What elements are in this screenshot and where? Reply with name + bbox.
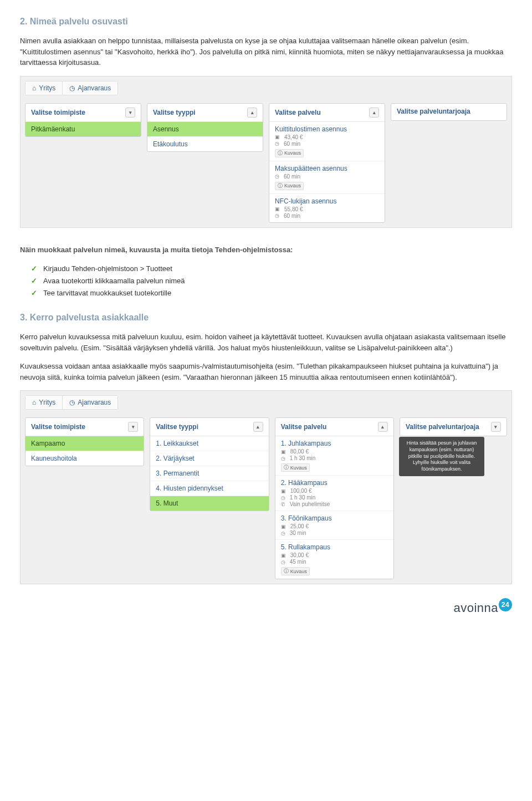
panel-provider-header: Valitse palveluntarjoaja xyxy=(397,108,470,115)
panel-provider: Valitse palveluntarjoaja ▾ Hinta sisältä… xyxy=(400,417,507,436)
collapse-icon[interactable]: ▴ xyxy=(369,108,379,118)
info-icon: ⓘ xyxy=(278,182,283,190)
service-price: 80,00 € xyxy=(290,448,309,455)
panel-service-header: Valitse palvelu xyxy=(275,109,321,116)
clock-icon: ◷ xyxy=(275,213,279,218)
home-icon: ⌂ xyxy=(32,399,36,406)
price-icon: ▣ xyxy=(281,524,286,529)
tab-yritys[interactable]: ⌂ Yritys xyxy=(25,81,63,95)
type-item[interactable]: 1. Leikkaukset xyxy=(150,436,268,451)
clock-icon: ◷ xyxy=(281,530,285,536)
location-item[interactable]: Kampaamo xyxy=(25,436,144,451)
description-badge[interactable]: ⓘKuvaus xyxy=(281,463,310,472)
clock-icon: ◷ xyxy=(281,495,285,501)
collapse-icon[interactable]: ▴ xyxy=(253,422,263,432)
service-item[interactable]: NFC-lukijan asennus▣55,80 €◷60 min xyxy=(269,194,385,222)
clock-icon: ◷ xyxy=(69,84,75,92)
instructions-lead: Näin muokkaat palvelun nimeä, kuvausta j… xyxy=(20,244,512,256)
service-price: 55,80 € xyxy=(284,206,303,212)
type-item[interactable]: 5. Muut xyxy=(150,496,268,511)
info-icon: ⓘ xyxy=(284,568,289,575)
logo-text: avoinna xyxy=(453,601,498,615)
service-item[interactable]: 5. Rullakampaus▣30,00 €◷45 minⓘKuvaus xyxy=(275,540,393,579)
tab-ajanvaraus[interactable]: ◷ Ajanvaraus xyxy=(63,81,117,95)
description-badge[interactable]: ⓘKuvaus xyxy=(275,149,304,157)
service-duration: 60 min xyxy=(284,141,300,147)
app1-tabbar: ⌂ Yritys ◷ Ajanvaraus xyxy=(25,81,118,95)
type-item[interactable]: 4. Hiusten pidennykset xyxy=(150,481,268,496)
section3-paragraph1: Kerro palvelun kuvauksessa mitä palveluu… xyxy=(20,331,512,353)
panel-location-header: Valitse toimipiste xyxy=(31,423,85,431)
section3-title: 3. Kerro palvelusta asiakkaalle xyxy=(20,313,512,323)
clock-icon: ◷ xyxy=(281,559,285,565)
service-item[interactable]: 2. Hääkampaus▣100,00 €◷1 h 30 min✆Vain p… xyxy=(275,476,393,511)
collapse-icon[interactable]: ▴ xyxy=(378,422,388,432)
collapse-icon[interactable]: ▾ xyxy=(491,422,501,432)
collapse-icon[interactable]: ▾ xyxy=(125,108,135,118)
collapse-icon[interactable]: ▾ xyxy=(128,422,138,432)
service-price: 43,40 € xyxy=(284,134,303,140)
panel-location-header: Valitse toimipiste xyxy=(31,109,85,116)
service-name: Maksupäätteen asennus xyxy=(275,165,379,172)
service-price: 100,00 € xyxy=(290,488,312,494)
panel-provider-header: Valitse palveluntarjoaja xyxy=(406,423,479,431)
collapse-icon[interactable]: ▴ xyxy=(247,108,257,118)
clock-icon: ◷ xyxy=(69,399,75,406)
service-item[interactable]: 3. Föönikampaus▣25,00 €◷30 min xyxy=(275,511,393,540)
panel-provider: Valitse palveluntarjoaja xyxy=(391,103,507,121)
panel-type: Valitse tyyppi ▴ Asennus Etäkoulutus xyxy=(147,103,263,152)
app2-frame: ⌂ Yritys ◷ Ajanvaraus Valitse toimipiste… xyxy=(20,390,512,584)
service-item[interactable]: Kuittitulostimen asennus▣43,40 €◷60 minⓘ… xyxy=(269,122,385,161)
price-icon: ▣ xyxy=(275,134,280,140)
price-icon: ▣ xyxy=(281,449,286,455)
service-note: Vain puhelimitse xyxy=(290,501,330,507)
type-item[interactable]: 3. Permanentit xyxy=(150,466,268,481)
tab-yritys-label: Yritys xyxy=(39,84,55,92)
description-badge[interactable]: ⓘKuvaus xyxy=(281,567,310,575)
instruction-item: Kirjaudu Tehden-ohjelmistoon > Tuotteet xyxy=(31,263,512,275)
service-item[interactable]: Maksupäätteen asennus◷60 minⓘKuvaus xyxy=(269,161,385,194)
phone-icon: ✆ xyxy=(281,502,285,507)
description-badge[interactable]: ⓘKuvaus xyxy=(275,182,304,190)
type-item[interactable]: Asennus xyxy=(147,122,263,137)
service-name: 5. Rullakampaus xyxy=(281,543,388,551)
service-price: 25,00 € xyxy=(290,523,309,529)
section2-title: 2. Nimeä palvelu osuvasti xyxy=(20,17,512,27)
panel-type: Valitse tyyppi ▴ 1. Leikkaukset2. Värjäy… xyxy=(150,417,269,511)
instructions-list: Kirjaudu Tehden-ohjelmistoon > Tuotteet … xyxy=(31,263,512,299)
info-icon: ⓘ xyxy=(284,464,289,471)
home-icon: ⌂ xyxy=(32,84,36,92)
location-item[interactable]: Pitkämäenkatu xyxy=(25,122,141,136)
type-item[interactable]: 2. Värjäykset xyxy=(150,451,268,466)
panel-location: Valitse toimipiste ▾ Pitkämäenkatu xyxy=(25,103,141,137)
service-name: NFC-lukijan asennus xyxy=(275,197,379,205)
app1-columns: Valitse toimipiste ▾ Pitkämäenkatu Valit… xyxy=(25,103,507,223)
price-icon: ▣ xyxy=(281,488,286,494)
service-duration: 1 h 30 min xyxy=(290,455,316,461)
location-item[interactable]: Kauneushoitola xyxy=(25,451,144,466)
tab-ajanvaraus-label: Ajanvaraus xyxy=(78,399,111,406)
tab-yritys[interactable]: ⌂ Yritys xyxy=(25,396,63,409)
clock-icon: ◷ xyxy=(275,141,279,146)
service-name: 2. Hääkampaus xyxy=(281,479,388,487)
instruction-item: Avaa tuotekortti klikkaamalla palvelun n… xyxy=(31,275,512,287)
app2-tabbar: ⌂ Yritys ◷ Ajanvaraus xyxy=(25,395,118,410)
footer-logo-wrap: avoinna24 xyxy=(20,601,512,615)
service-name: 1. Juhlakampaus xyxy=(281,440,388,447)
tab-ajanvaraus[interactable]: ◷ Ajanvaraus xyxy=(63,396,117,409)
description-label: Kuvaus xyxy=(290,569,307,574)
clock-icon: ◷ xyxy=(275,174,279,179)
avoinna24-logo: avoinna24 xyxy=(453,601,512,615)
info-icon: ⓘ xyxy=(278,150,283,157)
logo-badge: 24 xyxy=(499,598,512,611)
service-duration: 30 min xyxy=(290,530,306,536)
service-duration: 45 min xyxy=(290,559,306,565)
price-icon: ▣ xyxy=(275,206,280,212)
type-item[interactable]: Etäkoulutus xyxy=(147,137,263,151)
description-label: Kuvaus xyxy=(290,465,307,471)
service-item[interactable]: 1. Juhlakampaus▣80,00 €◷1 h 30 minⓘKuvau… xyxy=(275,436,393,476)
panel-type-header: Valitse tyyppi xyxy=(156,423,198,431)
service-duration: 1 h 30 min xyxy=(290,494,316,501)
tab-yritys-label: Yritys xyxy=(39,399,55,406)
service-duration: 60 min xyxy=(284,213,300,219)
